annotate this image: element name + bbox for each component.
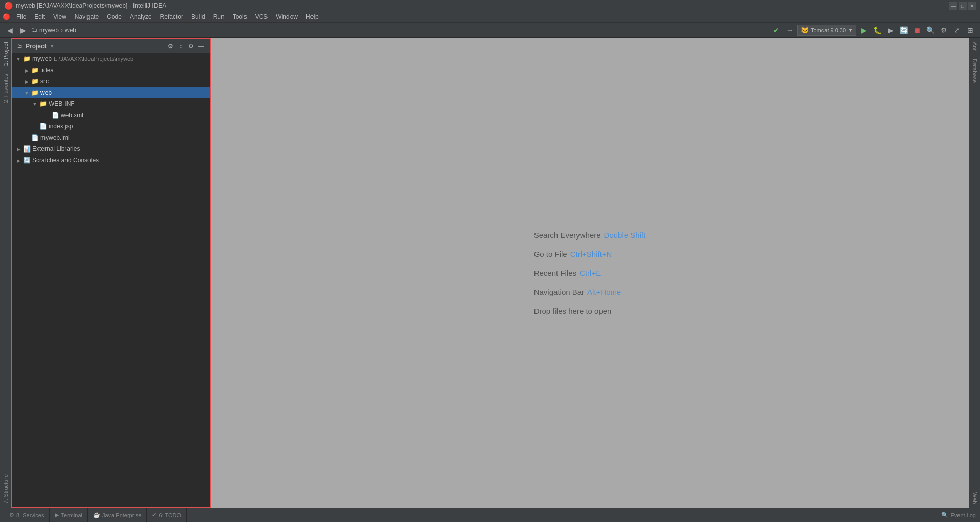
menu-analyze[interactable]: Analyze <box>126 12 156 21</box>
todo-icon: ✔ <box>152 512 157 518</box>
tree-item-src[interactable]: 📁 src <box>12 76 210 87</box>
menu-edit[interactable]: Edit <box>30 12 49 21</box>
tab-todo[interactable]: ✔ 6: TODO <box>147 508 187 523</box>
tree-label-indexjsp: index.jsp <box>49 123 73 130</box>
tree-item-webxml[interactable]: 📄 web.xml <box>12 110 210 121</box>
menu-help[interactable]: Help <box>302 12 323 21</box>
maximize-button[interactable]: □ <box>959 2 967 10</box>
menu-bar: 🔴 File Edit View Navigate Code Analyze R… <box>0 11 980 23</box>
close-button[interactable]: ✕ <box>968 2 976 10</box>
tab-services[interactable]: ⚙ 8: Services <box>4 508 50 523</box>
menu-run[interactable]: Run <box>209 12 229 21</box>
tree-label-myweb: myweb <box>32 55 52 62</box>
menu-code[interactable]: Code <box>103 12 126 21</box>
tree-item-idea[interactable]: 📁 .idea <box>12 64 210 76</box>
check-button[interactable]: ✔ <box>771 25 782 36</box>
back-button[interactable]: ◀ <box>4 25 15 36</box>
expand-webxml <box>43 111 51 119</box>
sidebar-tab-project[interactable]: 1: Project <box>1 38 11 70</box>
menu-vcs[interactable]: VCS <box>251 12 272 21</box>
restore-panel-button[interactable]: ⊞ <box>965 25 976 36</box>
menu-build[interactable]: Build <box>187 12 209 21</box>
hint-recent-files: Recent Files Ctrl+E <box>534 269 646 277</box>
settings-button[interactable]: ⚙ <box>938 25 949 36</box>
right-tab-web[interactable]: Web <box>970 488 980 508</box>
search-everywhere-button[interactable]: 🔍 <box>925 25 936 36</box>
project-settings-btn[interactable]: ⚙ <box>166 41 175 51</box>
forward-button[interactable]: ▶ <box>17 25 29 36</box>
breadcrumb-myweb[interactable]: myweb <box>39 27 59 34</box>
title-bar-left: 🔴 myweb [E:\JAVAXX\IdeaProjects\myweb] -… <box>4 2 166 10</box>
menu-refactor[interactable]: Refactor <box>156 12 187 21</box>
debug-button[interactable]: 🐛 <box>872 25 883 36</box>
expand-web[interactable] <box>23 89 31 97</box>
tree-item-web[interactable]: 📁 web <box>12 87 210 98</box>
tree-item-indexjsp[interactable]: 📄 index.jsp <box>12 121 210 132</box>
expand-idea[interactable] <box>23 66 31 74</box>
breadcrumb: 🗂 myweb › web <box>31 26 76 34</box>
project-panel-header: 🗂 Project ▼ ⚙ ↕ ⚙ — <box>12 39 210 53</box>
update-app-button[interactable]: 🔄 <box>898 25 909 36</box>
tree-label-mywebiml: myweb.iml <box>40 134 70 141</box>
hint-goto-shortcut: Ctrl+Shift+N <box>570 250 612 258</box>
tree-item-webinf[interactable]: 📁 WEB-INF <box>12 98 210 110</box>
tab-java-enterprise[interactable]: ☕ Java Enterprise <box>88 508 147 523</box>
iml-icon: 📄 <box>31 134 39 142</box>
tree-item-extlibs[interactable]: 📊 External Libraries <box>12 143 210 155</box>
tree-label-web: web <box>40 89 52 96</box>
stop-button[interactable]: ⏹ <box>911 25 923 36</box>
expand-extlibs[interactable] <box>14 145 23 153</box>
title-bar-controls: — □ ✕ <box>949 2 976 10</box>
expand-myweb[interactable] <box>14 55 23 63</box>
run-config-selector[interactable]: 🐱 Tomcat 9.0.30 ▼ <box>797 25 856 36</box>
status-bar: ⚙ 8: Services ▶ Terminal ☕ Java Enterpri… <box>0 508 980 522</box>
breadcrumb-separator: › <box>61 27 63 34</box>
hint-search-everywhere: Search Everywhere Double Shift <box>534 231 646 240</box>
expand-webinf[interactable] <box>31 100 39 108</box>
breadcrumb-web[interactable]: web <box>65 27 76 34</box>
tab-terminal[interactable]: ▶ Terminal <box>50 508 88 523</box>
menu-file[interactable]: File <box>12 12 30 21</box>
run-with-coverage-button[interactable]: ▶ <box>885 25 896 36</box>
minimize-button[interactable]: — <box>949 2 957 10</box>
menu-window[interactable]: Window <box>272 12 302 21</box>
project-options-btn[interactable]: ⚙ <box>186 41 195 51</box>
tree-meta-myweb: E:\JAVAXX\IdeaProjects\myweb <box>54 56 133 62</box>
hint-nav-label: Navigation Bar <box>534 288 584 296</box>
tree-item-scratches[interactable]: 🔄 Scratches and Consoles <box>12 155 210 166</box>
tree-item-myweb[interactable]: 📁 myweb E:\JAVAXX\IdeaProjects\myweb <box>12 53 210 64</box>
scratches-icon: 🔄 <box>23 156 31 164</box>
tree-label-src: src <box>40 78 49 85</box>
menu-view[interactable]: View <box>49 12 71 21</box>
right-tab-database[interactable]: Database <box>970 55 980 87</box>
run-config-name: Tomcat 9.0.30 <box>811 27 846 33</box>
xml-icon: 📄 <box>51 111 59 119</box>
tree-label-extlibs: External Libraries <box>32 145 80 153</box>
expand-panel-button[interactable]: ⤢ <box>951 25 963 36</box>
bottom-tabs: ⚙ 8: Services ▶ Terminal ☕ Java Enterpri… <box>4 508 187 523</box>
tree-label-idea: .idea <box>40 67 54 74</box>
project-panel-title[interactable]: Project <box>26 42 47 50</box>
tree-label-scratches: Scratches and Consoles <box>32 157 99 164</box>
menu-navigate[interactable]: Navigate <box>71 12 103 21</box>
sidebar-tab-favorites[interactable]: 2: Favorites <box>1 70 11 107</box>
project-collapse-btn[interactable]: ↕ <box>176 41 185 51</box>
right-tab-ant[interactable]: Ant <box>970 38 980 55</box>
event-log-button[interactable]: 🔍 Event Log <box>941 512 976 518</box>
tree-item-mywebiml[interactable]: 📄 myweb.iml <box>12 132 210 143</box>
hint-goto-file: Go to File Ctrl+Shift+N <box>534 250 646 258</box>
hint-search-shortcut: Double Shift <box>604 231 646 240</box>
hint-search-label: Search Everywhere <box>534 231 601 240</box>
arrow-button[interactable]: → <box>784 25 795 36</box>
title-bar: 🔴 myweb [E:\JAVAXX\IdeaProjects\myweb] -… <box>0 0 980 11</box>
hint-recent-label: Recent Files <box>534 269 576 277</box>
sidebar-tab-structure[interactable]: 7: Structure <box>1 470 11 508</box>
run-button[interactable]: ▶ <box>858 25 870 36</box>
project-close-btn[interactable]: — <box>196 41 206 51</box>
expand-scratches[interactable] <box>14 156 23 164</box>
expand-src[interactable] <box>23 77 31 85</box>
event-log-label: Event Log <box>950 512 976 518</box>
hint-recent-shortcut: Ctrl+E <box>580 269 601 277</box>
menu-tools[interactable]: Tools <box>229 12 251 21</box>
project-panel-dropdown-icon[interactable]: ▼ <box>50 43 55 49</box>
